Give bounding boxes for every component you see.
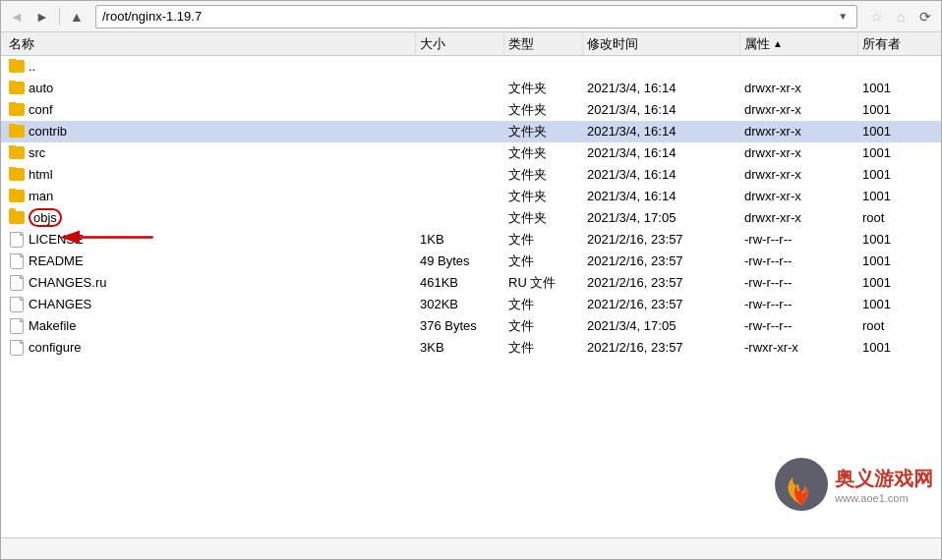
file-modified-readme: 2021/2/16, 23:57 [583,253,740,268]
file-name-cell-up: .. [5,59,416,75]
file-size-changes: 302KB [416,297,504,311]
file-modified-makefile: 2021/3/4, 17:05 [583,318,740,333]
home-icon[interactable]: ⌂ [890,6,912,28]
file-row-readme[interactable]: README 49 Bytes 文件 2021/2/16, 23:57 -rw-… [1,251,941,272]
file-row-changes[interactable]: CHANGES 302KB 文件 2021/2/16, 23:57 -rw-r-… [1,294,941,315]
file-modified-html: 2021/3/4, 16:14 [583,167,740,182]
column-headers: 名称 大小 类型 修改时间 属性 ▲ 所有者 [1,32,941,56]
back-button[interactable]: ◄ [6,6,28,28]
file-owner-objs: root [858,210,937,225]
file-name-up: .. [29,59,35,74]
col-header-attr[interactable]: 属性 ▲ [740,32,858,55]
file-owner-auto: 1001 [858,81,937,95]
file-name-cell-src: src [5,145,416,161]
file-row-changes-ru[interactable]: CHANGES.ru 461KB RU 文件 2021/2/16, 23:57 … [1,272,941,294]
file-size-configure: 3KB [416,340,504,355]
file-row-objs[interactable]: objs 文件夹 2021/3/4, 17:05 drwxr-xr-x root [1,207,941,229]
file-type-man: 文件夹 [504,188,583,205]
col-header-modified[interactable]: 修改时间 [583,32,740,55]
refresh-button[interactable]: ⟳ [914,6,936,28]
file-row-man[interactable]: man 文件夹 2021/3/4, 16:14 drwxr-xr-x 1001 [1,186,941,207]
folder-icon-contrib [9,124,25,140]
status-bar [1,537,941,559]
file-attr-makefile: -rw-r--r-- [740,318,858,333]
file-type-changes-ru: RU 文件 [504,274,583,292]
file-name-cell-changes: CHANGES [5,297,416,312]
col-header-name[interactable]: 名称 [5,32,416,55]
file-owner-readme: 1001 [858,253,937,268]
toolbar-separator-1 [59,8,60,26]
file-type-conf: 文件夹 [504,101,583,119]
folder-icon-html [9,167,25,183]
file-icon-changes-ru [9,275,25,291]
file-attr-configure: -rwxr-xr-x [740,340,858,355]
file-attr-html: drwxr-xr-x [740,167,858,182]
file-size-readme: 49 Bytes [416,253,504,268]
bookmark-icon[interactable]: ☆ [865,6,887,28]
file-name-cell-license: LICENSE [5,232,416,248]
file-owner-configure: 1001 [858,340,937,355]
file-owner-contrib: 1001 [858,124,937,139]
address-dropdown-icon[interactable]: ▼ [835,6,851,28]
file-modified-license: 2021/2/16, 23:57 [583,232,740,247]
file-row-conf[interactable]: conf 文件夹 2021/3/4, 16:14 drwxr-xr-x 1001 [1,99,941,121]
file-name-objs: objs [29,208,62,227]
file-row-configure[interactable]: configure 3KB 文件 2021/2/16, 23:57 -rwxr-… [1,337,941,359]
file-name-makefile: Makefile [29,318,76,333]
file-name-cell-readme: README [5,253,416,269]
file-attr-src: drwxr-xr-x [740,145,858,160]
file-manager-window: ◄ ► ▲ /root/nginx-1.19.7 ▼ ☆ ⌂ ⟳ 名称 大小 类… [0,0,942,560]
file-name-cell-contrib: contrib [5,124,416,140]
file-row-license[interactable]: LICENSE 1KB 文件 2021/2/16, 23:57 -rw-r--r… [1,229,941,251]
file-type-src: 文件夹 [504,144,583,162]
file-row-html[interactable]: html 文件夹 2021/3/4, 16:14 drwxr-xr-x 1001 [1,164,941,186]
file-row-contrib[interactable]: contrib 文件夹 2021/3/4, 16:14 drwxr-xr-x 1… [1,121,941,142]
up-button[interactable]: ▲ [66,6,88,28]
file-modified-auto: 2021/3/4, 16:14 [583,81,740,95]
toolbar: ◄ ► ▲ /root/nginx-1.19.7 ▼ ☆ ⌂ ⟳ [1,1,941,32]
file-modified-changes-ru: 2021/2/16, 23:57 [583,275,740,290]
col-header-size[interactable]: 大小 [416,32,504,55]
file-name-cell-objs: objs [5,208,416,227]
file-type-changes: 文件 [504,296,583,313]
file-row-src[interactable]: src 文件夹 2021/3/4, 16:14 drwxr-xr-x 1001 [1,142,941,164]
sort-arrow-icon: ▲ [773,38,783,49]
file-modified-contrib: 2021/3/4, 16:14 [583,124,740,139]
file-attr-objs: drwxr-xr-x [740,210,858,225]
file-type-configure: 文件 [504,339,583,357]
file-size-license: 1KB [416,232,504,247]
file-modified-configure: 2021/2/16, 23:57 [583,340,740,355]
col-header-owner[interactable]: 所有者 [858,32,937,55]
file-type-contrib: 文件夹 [504,123,583,140]
folder-icon-auto [9,81,25,96]
file-type-makefile: 文件 [504,317,583,335]
file-icon-readme [9,253,25,269]
file-row-auto[interactable]: auto 文件夹 2021/3/4, 16:14 drwxr-xr-x 1001 [1,78,941,99]
address-input[interactable]: /root/nginx-1.19.7 [102,9,835,24]
watermark: 奥义游戏网 www.aoe1.com [775,458,933,512]
col-header-type[interactable]: 类型 [504,32,583,55]
forward-button[interactable]: ► [31,6,53,28]
file-name-src: src [29,145,45,160]
watermark-text: 奥义游戏网 www.aoe1.com [835,466,933,504]
file-type-readme: 文件 [504,252,583,270]
folder-icon-conf [9,102,25,118]
file-attr-readme: -rw-r--r-- [740,253,858,268]
file-attr-auto: drwxr-xr-x [740,81,858,95]
file-attr-changes: -rw-r--r-- [740,297,858,311]
file-attr-license: -rw-r--r-- [740,232,858,247]
file-modified-man: 2021/3/4, 16:14 [583,189,740,203]
file-name-man: man [29,189,53,203]
file-name-cell-html: html [5,167,416,183]
file-row-makefile[interactable]: Makefile 376 Bytes 文件 2021/3/4, 17:05 -r… [1,315,941,337]
file-row-up[interactable]: .. [1,56,941,78]
file-icon-license [9,232,25,248]
file-name-cell-auto: auto [5,81,416,96]
address-bar[interactable]: /root/nginx-1.19.7 ▼ [95,5,857,28]
toolbar-right-icons: ☆ ⌂ ⟳ [865,6,936,28]
file-modified-objs: 2021/3/4, 17:05 [583,210,740,225]
up-folder-icon [9,59,25,75]
file-name-cell-conf: conf [5,102,416,118]
file-name-readme: README [29,253,84,268]
file-attr-changes-ru: -rw-r--r-- [740,275,858,290]
